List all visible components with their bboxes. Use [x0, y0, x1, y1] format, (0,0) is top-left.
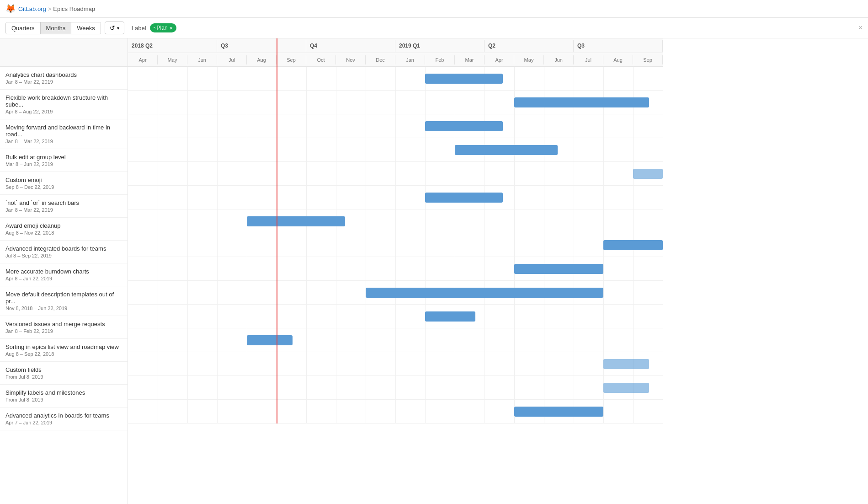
grid-line [633, 138, 634, 161]
gantt-bar[interactable] [603, 383, 649, 393]
gantt-bar[interactable] [603, 359, 649, 369]
grid-line [366, 257, 366, 280]
month-cell: Jun [544, 55, 574, 64]
list-item[interactable]: Award emoji cleanup Aug 8 – Nov 22, 2018 [0, 218, 128, 241]
grid-line [158, 186, 158, 209]
grid-line [247, 257, 247, 280]
grid-line [574, 233, 574, 257]
grid-line [158, 114, 158, 138]
epic-title: Versioned issues and merge requests [5, 321, 122, 327]
grid-line [455, 376, 455, 399]
grid-line [217, 186, 218, 209]
gantt-wrapper: Analytics chart dashboards Jan 8 – Mar 2… [0, 38, 868, 504]
month-cell: May [158, 55, 187, 64]
month-cell: Sep [633, 55, 663, 64]
breadcrumb-org[interactable]: GitLab.org [18, 5, 46, 12]
epic-title: Custom fields [5, 366, 122, 373]
gantt-bar[interactable] [514, 407, 603, 417]
toolbar-close-button[interactable]: × [858, 24, 863, 32]
grid-line [366, 67, 366, 90]
grid-line [633, 281, 634, 304]
epic-title: Simplify labels and milestones [5, 389, 122, 396]
list-item[interactable]: Simplify labels and milestones From Jul … [0, 385, 128, 407]
gantt-bar[interactable] [425, 121, 503, 131]
epic-title: Custom emoji [5, 177, 122, 183]
list-item[interactable]: Custom fields From Jul 8, 2019 [0, 362, 128, 385]
epic-dates: Nov 8, 2018 – Jun 22, 2019 [5, 306, 122, 311]
undo-button[interactable]: ↺ ▾ [105, 21, 124, 34]
grid-line [544, 114, 544, 138]
quarter-cell: Q3 [217, 40, 306, 52]
list-item[interactable]: Custom emoji Sep 8 – Dec 22, 2019 [0, 172, 128, 195]
grid-line [485, 376, 485, 399]
grid-line [425, 138, 426, 161]
grid-line [306, 162, 307, 185]
gantt-bar[interactable] [366, 288, 603, 298]
grid-line [187, 91, 188, 114]
grid-line [544, 352, 544, 375]
epic-title: Sorting in epics list view and roadmap v… [5, 343, 122, 350]
grid-line [514, 209, 515, 233]
grid-line [247, 281, 247, 304]
gantt-bar[interactable] [633, 169, 663, 179]
grid-line [395, 400, 396, 423]
grid-line [395, 352, 396, 375]
months-button[interactable]: Months [41, 22, 72, 34]
grid-line [603, 257, 604, 280]
grid-line [187, 209, 188, 233]
grid-line [247, 305, 247, 328]
list-item[interactable]: Versioned issues and merge requests Jan … [0, 316, 128, 339]
gantt-bar[interactable] [455, 145, 558, 155]
list-item[interactable]: Moving forward and backward in time in r… [0, 119, 128, 149]
gantt-bar[interactable] [247, 216, 345, 226]
weeks-button[interactable]: Weeks [71, 22, 101, 34]
list-item[interactable]: Advanced analytics in boards for teams A… [0, 407, 128, 430]
grid-line [217, 233, 218, 257]
epic-dates: Sep 8 – Dec 22, 2019 [5, 184, 122, 190]
badge-close-button[interactable]: × [170, 25, 173, 31]
grid-line [544, 209, 544, 233]
grid-line [187, 186, 188, 209]
quarters-button[interactable]: Quarters [6, 22, 41, 34]
gantt-bar[interactable] [425, 193, 503, 203]
gantt-bar[interactable] [514, 264, 603, 274]
table-row [128, 91, 663, 114]
grid-line [603, 138, 604, 161]
list-item[interactable]: Flexible work breakdown structure with s… [0, 90, 128, 119]
list-item[interactable]: Analytics chart dashboards Jan 8 – Mar 2… [0, 67, 128, 90]
list-item[interactable]: More accurate burndown charts Apr 8 – Ju… [0, 263, 128, 286]
plan-badge: ~Plan × [150, 23, 177, 32]
epic-title: Flexible work breakdown structure with s… [5, 94, 122, 108]
undo-icon: ↺ [110, 24, 115, 32]
gantt-bar[interactable] [425, 74, 503, 84]
grid-line [395, 91, 396, 114]
grid-line [217, 305, 218, 328]
month-cell: Aug [603, 55, 633, 64]
grid-line [485, 257, 485, 280]
grid-line [485, 209, 485, 233]
list-item[interactable]: Bulk edit at group level Mar 8 – Jun 22,… [0, 149, 128, 172]
grid-line [366, 186, 366, 209]
list-item[interactable]: Move default description templates out o… [0, 286, 128, 316]
gantt-bar[interactable] [425, 311, 475, 322]
gantt-bar[interactable] [247, 335, 293, 345]
list-item[interactable]: Advanced integrated boards for teams Jul… [0, 241, 128, 263]
grid-line [306, 281, 307, 304]
table-row [128, 305, 663, 328]
month-cell: Sep [277, 55, 306, 64]
grid-line [366, 114, 366, 138]
grid-line [574, 376, 574, 399]
grid-line [603, 400, 604, 423]
gantt-bar[interactable] [603, 240, 663, 250]
breadcrumb: GitLab.org > Epics Roadmap [18, 5, 95, 12]
grid-line [306, 305, 307, 328]
grid-line [336, 281, 336, 304]
table-row [128, 67, 663, 91]
list-item[interactable]: Sorting in epics list view and roadmap v… [0, 339, 128, 362]
list-item[interactable]: `not` and `or` in search bars Jan 8 – Ma… [0, 195, 128, 218]
grid-line [217, 328, 218, 352]
gantt-bar[interactable] [514, 97, 649, 107]
table-row [128, 162, 663, 186]
grid-line [306, 352, 307, 375]
epic-title: More accurate burndown charts [5, 268, 122, 275]
